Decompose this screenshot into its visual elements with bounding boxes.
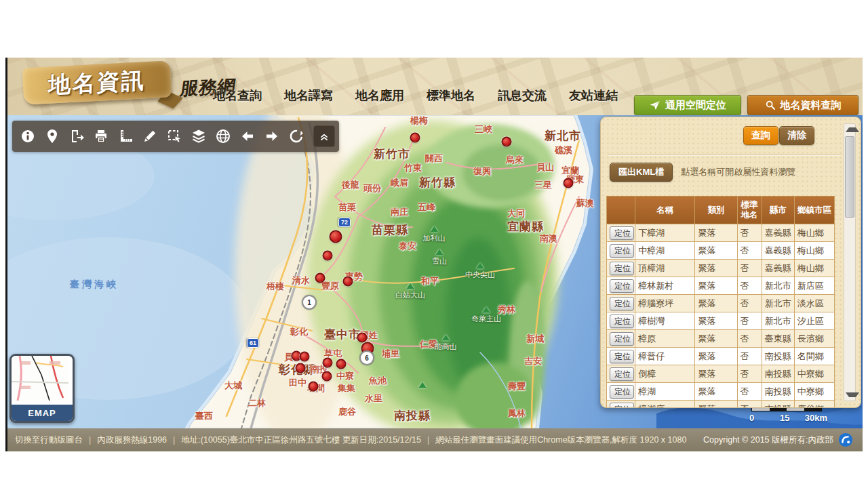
table-row: 定位中樟湖聚落否嘉義縣梅山鄉 (607, 242, 835, 260)
placename-marker[interactable] (502, 137, 512, 147)
row-name-link[interactable]: 倒樟 (635, 365, 695, 383)
query-button[interactable]: 查詢 (743, 126, 778, 145)
scroll-up-arrow-icon[interactable] (846, 127, 859, 132)
row-name-link[interactable]: 樟樹灣 (635, 312, 695, 330)
row-county: 南投縣 (762, 348, 794, 365)
locate-button[interactable]: 定位 (610, 403, 634, 409)
search-result-panel: 查詢 清除 匯出KML檔 點選名稱可開啟屬性資料瀏覽 名稱類別標準地名縣市鄉鎮市… (600, 117, 861, 408)
locate-button[interactable]: 定位 (610, 350, 634, 363)
export-map-tool-button[interactable] (65, 123, 88, 150)
row-county: 南投縣 (762, 383, 794, 401)
measure-icon (117, 128, 134, 144)
table-row: 定位樟樹灣聚落否新北市汐止區 (607, 312, 835, 330)
row-name-link[interactable]: 樟湖 (635, 383, 695, 401)
row-name-link[interactable]: 中樟湖 (635, 242, 695, 260)
mobile-version-link[interactable]: 切換至行動版圖台 (15, 435, 83, 445)
copyright-text: Copyright © 2015 版權所有:內政部 (703, 434, 833, 446)
locate-cell: 定位 (607, 401, 635, 409)
placename-marker[interactable] (361, 342, 374, 355)
row-county: 新北市 (762, 312, 794, 330)
row-name-link[interactable]: 樟林新村 (635, 277, 695, 295)
locate-button[interactable]: 定位 (610, 279, 634, 293)
back-tool-button[interactable] (236, 123, 259, 150)
placename-marker[interactable] (300, 352, 310, 362)
nav-item-4[interactable]: 標準地名 (427, 87, 475, 104)
info-tool-button[interactable] (16, 123, 39, 150)
basemap-switcher[interactable]: EMAP (9, 354, 75, 423)
layers-icon (191, 128, 207, 144)
locate-cell: 定位 (607, 312, 635, 330)
nav-item-2[interactable]: 地名譯寫 (284, 87, 333, 104)
locate-button[interactable]: 定位 (610, 226, 634, 240)
placename-marker[interactable] (323, 251, 333, 261)
draw-tool-button[interactable] (138, 123, 161, 150)
location-pin-icon (44, 128, 60, 144)
placename-marker[interactable] (564, 178, 574, 188)
scrollbar-thumb[interactable] (845, 136, 854, 218)
nav-item-1[interactable]: 地名查詢 (213, 87, 262, 104)
forward-tool-button[interactable] (260, 123, 283, 150)
nav-item-5[interactable]: 訊息交流 (498, 87, 547, 104)
locate-button[interactable]: 定位 (610, 244, 634, 258)
footer-info: 切換至行動版圖台|內政服務熱線1996|地址:(10055)臺北市中正區徐州路五… (15, 434, 686, 446)
site-logo[interactable]: 地名資訊 (22, 60, 172, 104)
row-name-link[interactable]: 樟腦寮坪 (635, 295, 695, 312)
placename-marker[interactable] (410, 133, 420, 143)
locate-cell: 定位 (607, 242, 635, 260)
scroll-down-arrow-icon[interactable] (846, 392, 859, 397)
refresh-tool-button[interactable] (285, 123, 308, 150)
select-area-icon (166, 128, 182, 144)
nav-item-6[interactable]: 友站連結 (569, 87, 618, 104)
placename-marker[interactable] (330, 230, 342, 243)
location-pin-tool-button[interactable] (41, 123, 64, 150)
row-county: 嘉義縣 (762, 242, 794, 260)
row-district: 中寮鄉 (794, 383, 834, 401)
row-name-link[interactable]: 下樟湖 (635, 224, 695, 242)
row-standard: 否 (737, 242, 762, 260)
locate-button[interactable]: 定位 (610, 385, 634, 399)
map-area: 臺灣海峽新北市新竹市新竹縣宜蘭縣苗栗縣臺中市彰化縣南投縣楊梅三峽關西烏來礁溪竹東… (5, 115, 863, 428)
locate-button[interactable]: 定位 (610, 367, 634, 381)
row-district: 名間鄉 (794, 348, 834, 365)
panel-scrollbar[interactable] (844, 123, 856, 401)
measure-tool-button[interactable] (114, 123, 137, 150)
spatial-locate-button[interactable]: 通用空間定位 (634, 95, 741, 115)
placename-marker[interactable] (309, 382, 319, 392)
placename-marker[interactable] (322, 371, 332, 382)
export-kml-button[interactable]: 匯出KML檔 (610, 163, 673, 182)
footer-item-1: 內政服務熱線1996 (97, 435, 167, 445)
locate-button[interactable]: 定位 (610, 332, 634, 346)
scale-label-15: 15 (780, 413, 789, 423)
row-district: 長濱鄉 (794, 330, 834, 348)
main-nav: 地名查詢地名譯寫地名應用標準地名訊息交流友站連結 (213, 87, 618, 104)
row-name-link[interactable]: 樟普仔 (635, 348, 695, 365)
row-name-link[interactable]: 頂樟湖 (635, 260, 695, 277)
toolbar-collapse-button[interactable] (313, 125, 335, 147)
placename-marker[interactable] (323, 358, 333, 368)
placename-marker[interactable] (336, 359, 347, 369)
draw-icon (142, 128, 158, 144)
print-tool-button[interactable] (90, 123, 113, 150)
placename-search-button[interactable]: 地名資料查詢 (747, 95, 859, 115)
table-row: 定位樟林新村聚落否新北市新店區 (607, 277, 835, 295)
site-header: 地名資訊 服務網 地名查詢地名譯寫地名應用標準地名訊息交流友站連結 通用空間定位… (5, 58, 863, 115)
globe-tool-button[interactable] (212, 123, 235, 150)
row-name-link[interactable]: 樟原 (635, 330, 695, 348)
row-county: 新北市 (762, 277, 794, 295)
export-map-icon (68, 128, 85, 144)
placename-marker[interactable] (296, 363, 306, 373)
select-area-tool-button[interactable] (163, 123, 186, 150)
paper-plane-icon (649, 100, 660, 111)
placename-marker[interactable] (343, 277, 353, 287)
placename-marker[interactable] (357, 333, 368, 343)
nav-item-3[interactable]: 地名應用 (355, 87, 404, 104)
locate-button[interactable]: 定位 (610, 262, 634, 275)
clear-button[interactable]: 清除 (779, 126, 814, 145)
locate-button[interactable]: 定位 (610, 297, 634, 310)
row-name-link[interactable]: 樟湖底 (635, 401, 695, 409)
layers-tool-button[interactable] (187, 123, 210, 150)
locate-button[interactable]: 定位 (610, 314, 634, 328)
row-county: 南投縣 (762, 401, 794, 409)
info-icon (20, 128, 36, 144)
placename-marker[interactable] (315, 273, 326, 283)
